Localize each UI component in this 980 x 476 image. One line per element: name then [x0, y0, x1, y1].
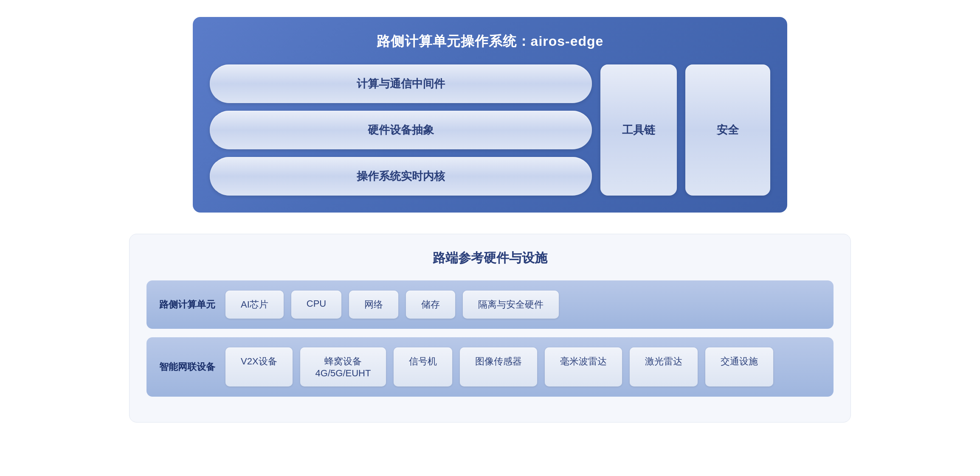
layer-rtos: 操作系统实时内核 — [210, 157, 592, 196]
chip-mmwave: 毫米波雷达 — [545, 347, 622, 386]
hw-row-smart-devices: 智能网联设备 V2X设备 蜂窝设备 4G/5G/EUHT 信号机 图像传感器 毫… — [146, 337, 834, 397]
hw-row-label-computing: 路侧计算单元 — [159, 298, 215, 311]
chip-security-hw: 隔离与安全硬件 — [463, 291, 559, 319]
chip-signal: 信号机 — [394, 347, 452, 386]
chip-cellular: 蜂窝设备 4G/5G/EUHT — [300, 347, 386, 386]
os-section: 路侧计算单元操作系统：airos-edge 计算与通信中间件 硬件设备抽象 操作… — [193, 17, 787, 213]
os-main-layers: 计算与通信中间件 硬件设备抽象 操作系统实时内核 — [210, 64, 592, 196]
chip-network: 网络 — [349, 291, 398, 319]
hw-row-label-smart: 智能网联设备 — [159, 361, 215, 373]
chip-storage: 储存 — [406, 291, 455, 319]
hw-title: 路端参考硬件与设施 — [146, 249, 834, 267]
chip-v2x: V2X设备 — [225, 347, 293, 386]
chip-lidar: 激光雷达 — [630, 347, 698, 386]
chip-ai: AI芯片 — [225, 291, 284, 319]
chip-camera: 图像传感器 — [460, 347, 537, 386]
hw-section: 路端参考硬件与设施 路侧计算单元 AI芯片 CPU 网络 储存 隔离与安全硬件 … — [129, 234, 851, 423]
os-security-box: 安全 — [685, 64, 770, 196]
chip-traffic: 交通设施 — [705, 347, 773, 386]
layer-middleware: 计算与通信中间件 — [210, 64, 592, 103]
os-toolchain-col: 工具链 — [600, 64, 677, 196]
hw-chips-computing: AI芯片 CPU 网络 储存 隔离与安全硬件 — [225, 291, 821, 319]
os-title: 路侧计算单元操作系统：airos-edge — [210, 32, 770, 51]
chip-cpu: CPU — [291, 291, 341, 319]
os-content: 计算与通信中间件 硬件设备抽象 操作系统实时内核 工具链 安全 — [210, 64, 770, 196]
layer-hardware-abstraction: 硬件设备抽象 — [210, 111, 592, 149]
hw-chips-smart: V2X设备 蜂窝设备 4G/5G/EUHT 信号机 图像传感器 毫米波雷达 激光… — [225, 347, 821, 386]
os-toolchain-box: 工具链 — [600, 64, 677, 196]
hw-row-computing-unit: 路侧计算单元 AI芯片 CPU 网络 储存 隔离与安全硬件 — [146, 280, 834, 329]
